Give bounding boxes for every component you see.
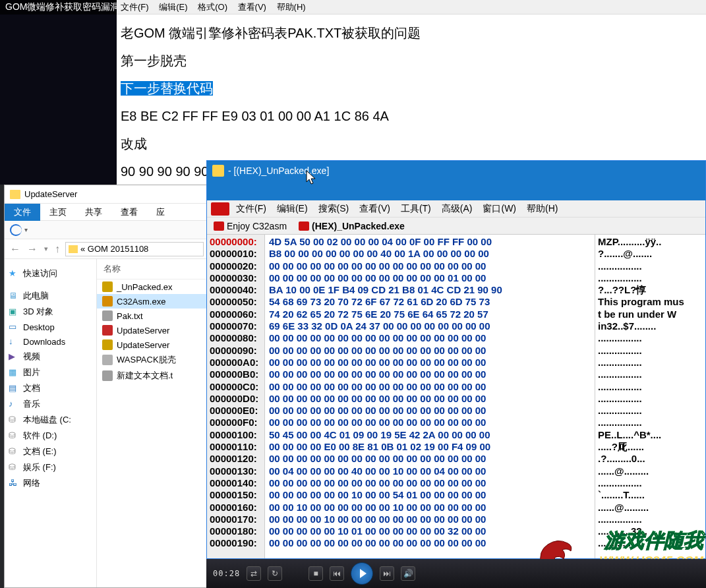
hex-bytes-row[interactable]: 00 00 00 00 00 00 00 00 00 00 00 00 00 0…: [269, 417, 591, 428]
sidebar-item[interactable]: 🖥此电脑: [5, 288, 96, 304]
hex-bytes-row[interactable]: 00 00 00 00 00 00 00 00 00 00 00 00 00 0…: [269, 453, 591, 465]
sidebar-item[interactable]: 🖧网络: [5, 475, 96, 491]
nav-back-icon[interactable]: ←: [9, 243, 22, 255]
hex-view[interactable]: 00000000:00000010:00000020:00000030:0000…: [207, 235, 705, 558]
hex-bytes-row[interactable]: 00 00 00 00 00 00 00 00 00 00 00 00 00 0…: [269, 477, 591, 489]
ribbon-view[interactable]: 查看: [111, 204, 147, 221]
hex-tabs: Enjoy C32asm (HEX)_UnPacked.exe: [207, 218, 705, 235]
sidebar-item[interactable]: ♪音乐: [5, 396, 96, 412]
hex-bytes-row[interactable]: 00 04 00 00 00 00 40 00 00 10 00 00 04 0…: [269, 465, 591, 477]
hex-bytes-row[interactable]: 69 6E 33 32 0D 0A 24 37 00 00 00 00 00 0…: [269, 320, 591, 332]
address-input[interactable]: « GOM 20151108: [65, 242, 204, 256]
hex-offset: 000000B0:: [210, 368, 262, 380]
sidebar-item[interactable]: ↓Downloads: [5, 334, 96, 349]
sidebar-icon: ⛁: [9, 415, 19, 425]
hex-bytes-row[interactable]: B8 00 00 00 00 00 00 00 40 00 1A 00 00 0…: [269, 248, 591, 260]
sidebar-item[interactable]: ⛁软件 (D:): [5, 428, 96, 444]
sidebar-item[interactable]: ▦图片: [5, 365, 96, 380]
play-button[interactable]: [351, 562, 373, 585]
sidebar-item[interactable]: ⛁娱乐 (F:): [5, 459, 96, 475]
menu-view[interactable]: 查看(V): [238, 2, 266, 12]
hex-bytes-row[interactable]: 00 00 00 00 00 00 00 00 00 00 00 00 00 0…: [269, 260, 591, 272]
sidebar-item[interactable]: ▣3D 对象: [5, 304, 96, 320]
sidebar-label: 视频: [23, 351, 40, 363]
menu-advanced[interactable]: 高级(A): [442, 203, 473, 215]
hex-bytes-row[interactable]: 00 00 00 00 00 00 00 00 00 00 00 00 00 0…: [269, 368, 591, 380]
ribbon-app[interactable]: 应: [147, 204, 174, 221]
sidebar-item[interactable]: ★快速访问: [5, 266, 96, 281]
file-item[interactable]: C32Asm.exe: [97, 294, 208, 309]
menu-tools[interactable]: 工具(T): [401, 203, 431, 215]
tab-enjoy[interactable]: Enjoy C32asm: [211, 220, 289, 233]
undo-icon[interactable]: [10, 224, 22, 236]
explorer-titlebar[interactable]: UpdateServer: [5, 185, 208, 204]
file-item[interactable]: WASPACK脱壳: [97, 352, 208, 368]
file-item[interactable]: 新建文本文档.t: [97, 368, 208, 384]
menu-view[interactable]: 查看(V): [359, 203, 390, 215]
ribbon-file[interactable]: 文件: [5, 204, 40, 221]
hex-bytes-row[interactable]: 4D 5A 50 00 02 00 00 00 04 00 0F 00 FF F…: [269, 236, 591, 248]
file-name: Pak.txt: [117, 311, 143, 321]
ribbon-home[interactable]: 主页: [40, 204, 76, 221]
hex-bytes-row[interactable]: 00 00 00 00 00 00 00 00 00 00 00 00 00 0…: [269, 405, 591, 417]
stop-button[interactable]: ■: [309, 566, 323, 581]
tab-unpacked[interactable]: (HEX)_UnPacked.exe: [296, 220, 407, 233]
sidebar-item[interactable]: ▤文档: [5, 380, 96, 396]
menu-file[interactable]: 文件(F): [121, 2, 149, 12]
column-header-name[interactable]: 名称: [97, 259, 208, 279]
file-item[interactable]: Pak.txt: [97, 309, 208, 323]
hex-bytes-row[interactable]: 00 00 00 00 00 00 00 00 00 00 00 00 00 0…: [269, 357, 591, 368]
menu-format[interactable]: 格式(O): [198, 2, 227, 12]
file-item[interactable]: _UnPacked.ex: [97, 279, 208, 294]
nav-up-icon[interactable]: ↑: [53, 243, 61, 255]
hex-titlebar[interactable]: - [(HEX)_UnPacked.exe]: [207, 161, 705, 181]
repeat-button[interactable]: ↻: [268, 566, 282, 581]
breadcrumb[interactable]: « GOM 20151108: [80, 244, 148, 254]
menu-file[interactable]: 文件(F): [236, 203, 266, 215]
prev-button[interactable]: ⏮: [330, 566, 344, 581]
hex-offset: 000000F0:: [210, 417, 262, 428]
file-item[interactable]: UpdateServer: [97, 323, 208, 338]
hex-offset: 00000100:: [210, 429, 262, 441]
nav-fwd-icon[interactable]: →: [26, 243, 39, 255]
hex-bytes-row[interactable]: 00 00 00 00 00 00 00 00 00 00 00 00 00 0…: [269, 393, 591, 405]
nav-recent-icon[interactable]: ▾: [43, 245, 49, 253]
menu-help[interactable]: 帮助(H): [277, 2, 306, 12]
shuffle-button[interactable]: ⇄: [247, 566, 261, 581]
hex-offset: 00000020:: [210, 260, 262, 272]
hex-ascii-row: `........T......: [598, 489, 703, 501]
hex-bytes-row[interactable]: 74 20 62 65 20 72 75 6E 20 75 6E 64 65 7…: [269, 309, 591, 320]
hex-bytes-row[interactable]: 00 00 00 00 00 00 10 00 00 54 01 00 00 0…: [269, 489, 591, 501]
sidebar-item[interactable]: ▭Desktop: [5, 320, 96, 334]
sidebar-item[interactable]: ⛁本地磁盘 (C:: [5, 412, 96, 428]
menu-search[interactable]: 搜索(S): [318, 203, 349, 215]
menu-help[interactable]: 帮助(H): [527, 203, 558, 215]
tab-icon: [214, 221, 224, 231]
hex-ascii-row: ................: [598, 514, 703, 525]
hex-bytes-row[interactable]: 00 00 00 00 E0 00 8E 81 0B 01 02 19 00 F…: [269, 441, 591, 453]
hex-bytes-row[interactable]: 54 68 69 73 20 70 72 6F 67 72 61 6D 20 6…: [269, 296, 591, 308]
sidebar-item[interactable]: ⛁文档 (E:): [5, 444, 96, 459]
sidebar-item[interactable]: ▶视频: [5, 349, 96, 365]
hex-bytes-row[interactable]: 00 00 00 00 00 00 00 00 00 00 00 00 00 0…: [269, 381, 591, 393]
qat-dropdown-icon[interactable]: ▾: [24, 226, 28, 233]
menu-edit[interactable]: 编辑(E): [159, 2, 187, 12]
ribbon-share[interactable]: 共享: [76, 204, 111, 221]
next-button[interactable]: ⏭: [380, 566, 394, 581]
hex-bytes-row[interactable]: 00 00 00 00 00 00 00 00 00 00 00 00 00 0…: [269, 272, 591, 284]
hex-bytes-row[interactable]: 00 00 00 00 00 00 00 00 00 00 00 00 00 0…: [269, 345, 591, 357]
hex-bytes-column[interactable]: 4D 5A 50 00 02 00 00 00 04 00 0F 00 FF F…: [265, 235, 595, 558]
file-item[interactable]: UpdateServer: [97, 338, 208, 352]
hex-bytes-row[interactable]: 00 00 10 00 00 00 00 00 00 10 00 00 00 0…: [269, 502, 591, 514]
sidebar-icon: ★: [9, 268, 19, 279]
menu-edit[interactable]: 编辑(E): [277, 203, 308, 215]
hex-ascii-row: ................: [598, 345, 703, 357]
hex-bytes-row[interactable]: 00 00 00 00 10 00 00 00 00 00 00 00 00 0…: [269, 514, 591, 525]
hex-bytes-row[interactable]: BA 10 00 0E 1F B4 09 CD 21 B8 01 4C CD 2…: [269, 284, 591, 296]
sidebar-icon: ▶: [9, 351, 19, 362]
hex-bytes-row[interactable]: 50 45 00 00 4C 01 09 00 19 5E 42 2A 00 0…: [269, 429, 591, 441]
tool-icon[interactable]: [211, 202, 229, 216]
menu-window[interactable]: 窗口(W): [483, 203, 516, 215]
hex-bytes-row[interactable]: 00 00 00 00 00 00 00 00 00 00 00 00 00 0…: [269, 332, 591, 344]
volume-button[interactable]: 🔊: [401, 566, 415, 581]
